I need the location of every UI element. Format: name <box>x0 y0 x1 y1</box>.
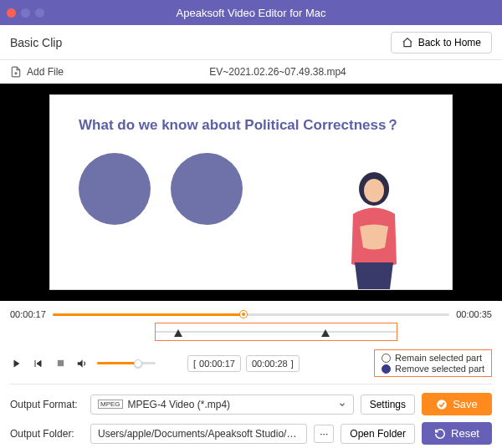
reset-button[interactable]: Reset <box>422 422 492 445</box>
time-start: 00:00:17 <box>10 309 46 319</box>
step-button[interactable] <box>32 357 45 370</box>
home-icon <box>402 37 413 48</box>
remove-label: Remove selected part <box>395 364 484 374</box>
time-end: 00:00:35 <box>456 309 492 319</box>
add-file-button[interactable]: Add File <box>10 66 64 78</box>
back-to-home-button[interactable]: Back to Home <box>391 32 492 53</box>
clip-mode-options: Remain selected part Remove selected par… <box>374 349 492 377</box>
bracket-left-icon: [ <box>193 359 196 369</box>
reset-label: Reset <box>451 427 479 440</box>
timeline-row: 00:00:17 00:00:35 <box>0 301 502 323</box>
volume-slider[interactable] <box>97 362 156 364</box>
output-folder-label: Output Folder: <box>10 428 84 440</box>
output-format-label: Output Format: <box>10 399 84 410</box>
titlebar: Apeaksoft Video Editor for Mac <box>0 0 502 25</box>
output-format-select[interactable]: MPEG MPEG-4 Video (*.mp4) <box>90 395 354 415</box>
video-preview: What do we know about Political Correctn… <box>0 84 502 301</box>
bracket-right-icon: ] <box>291 359 294 369</box>
svg-marker-5 <box>78 359 83 367</box>
radio-unchecked-icon <box>382 354 391 363</box>
play-button[interactable] <box>10 357 23 370</box>
output-section: Output Format: MPEG MPEG-4 Video (*.mp4)… <box>0 386 502 448</box>
divider <box>10 384 492 384</box>
remain-option[interactable]: Remain selected part <box>382 353 484 363</box>
save-label: Save <box>453 398 478 410</box>
slide-title: What do we know about Political Correctn… <box>79 115 423 135</box>
scrub-row <box>0 323 502 346</box>
clip-out-value: 00:00:28 <box>252 359 288 369</box>
clip-in-input[interactable]: [ 00:00:17 <box>187 355 241 372</box>
clip-in-value: 00:00:17 <box>199 359 235 369</box>
mpeg-icon: MPEG <box>98 400 123 409</box>
file-bar: Add File EV~2021.02.26~07.49.38.mp4 <box>0 60 502 84</box>
settings-button[interactable]: Settings <box>361 395 415 415</box>
clip-in-marker-icon[interactable] <box>174 329 182 337</box>
stop-button[interactable] <box>54 357 67 370</box>
video-frame: What do we know about Political Correctn… <box>50 95 452 289</box>
chevron-down-icon <box>338 400 346 409</box>
slide-circle <box>171 153 243 225</box>
check-circle-icon <box>436 399 448 410</box>
file-plus-icon <box>10 66 22 78</box>
minimize-window-icon[interactable] <box>21 8 30 18</box>
playhead-icon[interactable] <box>240 311 247 318</box>
volume-knob-icon[interactable] <box>134 359 142 368</box>
clip-out-input[interactable]: 00:00:28 ] <box>246 355 300 372</box>
timeline-track[interactable] <box>53 306 449 323</box>
person-illustration <box>328 164 420 289</box>
svg-marker-3 <box>14 359 20 367</box>
svg-point-6 <box>437 400 447 410</box>
clip-out-marker-icon[interactable] <box>321 329 330 337</box>
browse-folder-button[interactable]: ··· <box>314 425 334 443</box>
remain-label: Remain selected part <box>395 353 482 363</box>
save-button[interactable]: Save <box>422 393 492 415</box>
slide-circle <box>79 153 151 225</box>
output-folder-field[interactable]: Users/apple/Documents/Apeaksoft Studio/V… <box>90 424 307 444</box>
refresh-icon <box>434 428 446 440</box>
open-folder-button[interactable]: Open Folder <box>341 424 415 444</box>
controls-row: [ 00:00:17 00:00:28 ] Remain selected pa… <box>0 346 502 382</box>
radio-checked-icon <box>382 364 391 374</box>
format-value: MPEG-4 Video (*.mp4) <box>128 399 231 410</box>
clip-range-box[interactable] <box>155 323 397 341</box>
header-bar: Basic Clip Back to Home <box>0 25 502 60</box>
back-label: Back to Home <box>418 37 481 48</box>
maximize-window-icon[interactable] <box>35 8 44 18</box>
svg-point-2 <box>364 179 384 202</box>
close-window-icon[interactable] <box>7 8 16 18</box>
app-title: Apeaksoft Video Editor for Mac <box>177 7 326 19</box>
traffic-lights <box>7 8 44 18</box>
section-title: Basic Clip <box>10 36 62 49</box>
remove-option[interactable]: Remove selected part <box>382 364 484 374</box>
add-file-label: Add File <box>27 66 64 78</box>
current-filename: EV~2021.02.26~07.49.38.mp4 <box>64 66 492 78</box>
svg-rect-4 <box>57 360 63 366</box>
volume-icon[interactable] <box>75 357 89 370</box>
